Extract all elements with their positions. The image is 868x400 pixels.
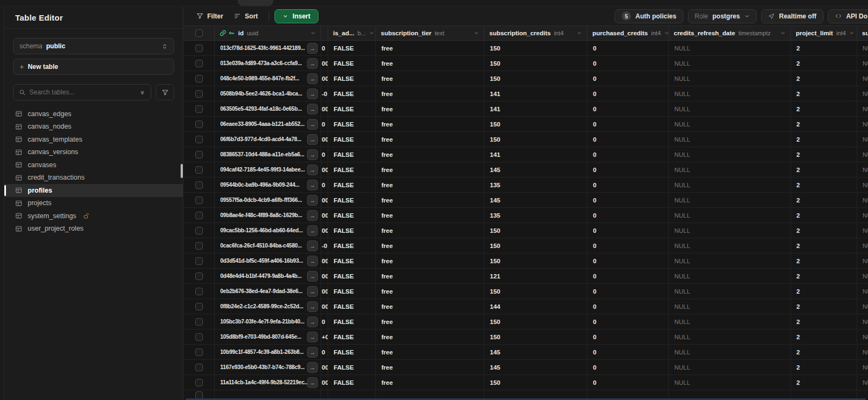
column-header-purchased-credits[interactable]: purchased_credits int4 bbox=[588, 26, 669, 40]
cell-project-limit[interactable]: 2 bbox=[791, 208, 857, 223]
expand-row-button[interactable]: → bbox=[307, 377, 318, 388]
expand-row-button[interactable]: → bbox=[307, 332, 318, 342]
cell-credits-refresh-date[interactable]: NULL bbox=[669, 101, 791, 116]
cell-clipped[interactable]: 00 bbox=[321, 56, 328, 71]
cell-subscription-tier[interactable]: free bbox=[376, 345, 484, 359]
cell-subscription-tier[interactable]: free bbox=[376, 284, 484, 299]
chevron-down-icon[interactable] bbox=[780, 30, 786, 36]
cell-clipped[interactable]: +0 bbox=[321, 329, 328, 344]
cell-subscription-credits[interactable]: 141 bbox=[484, 86, 588, 101]
row-checkbox[interactable] bbox=[195, 303, 203, 310]
row-checkbox[interactable] bbox=[195, 318, 203, 326]
row-checkbox[interactable] bbox=[195, 45, 203, 52]
cell-su-clipped[interactable]: NU bbox=[857, 375, 868, 390]
sidebar-item-canvas_nodes[interactable]: canvas_nodes bbox=[4, 120, 183, 134]
column-header-su-clipped[interactable]: su bbox=[857, 26, 868, 40]
cell-credits-refresh-date[interactable]: NULL bbox=[669, 299, 791, 314]
cell-su-clipped[interactable]: NU bbox=[857, 253, 868, 268]
cell-clipped[interactable]: 00 bbox=[321, 299, 328, 314]
cell-is-admin[interactable]: FALSE bbox=[328, 345, 376, 359]
cell-subscription-credits[interactable]: 150 bbox=[484, 71, 588, 86]
expand-row-button[interactable]: → bbox=[307, 149, 318, 160]
cell-id[interactable]: 11a114cb-1a4c-49f4-9b28-52219ec... → bbox=[215, 375, 321, 390]
cell-subscription-tier[interactable]: free bbox=[376, 253, 484, 268]
cell-id[interactable]: 0d48e4d4-b1bf-4479-9a8b-4a4b... → bbox=[215, 269, 321, 283]
cell-purchased-credits[interactable]: 0 bbox=[588, 101, 669, 116]
expand-row-button[interactable]: → bbox=[307, 271, 318, 282]
cell-su-clipped[interactable]: NU bbox=[857, 86, 868, 101]
cell-is-admin[interactable]: FALSE bbox=[328, 177, 376, 192]
cell-subscription-credits[interactable]: 150 bbox=[484, 375, 588, 390]
expand-row-button[interactable]: → bbox=[307, 119, 318, 130]
cell-project-limit[interactable]: 2 bbox=[791, 345, 857, 359]
cell-is-admin[interactable]: FALSE bbox=[328, 208, 376, 223]
cell-su-clipped[interactable]: NU bbox=[857, 132, 868, 147]
cell-purchased-credits[interactable]: 0 bbox=[588, 132, 669, 147]
cell-is-admin[interactable]: FALSE bbox=[328, 193, 376, 207]
cell-is-admin[interactable]: FALSE bbox=[328, 375, 376, 390]
cell-subscription-tier[interactable]: free bbox=[376, 360, 484, 374]
cell-is-admin[interactable]: FALSE bbox=[328, 162, 376, 177]
cell-is-admin[interactable]: FALSE bbox=[328, 101, 376, 116]
cell-purchased-credits[interactable]: 0 bbox=[588, 162, 669, 177]
cell-clipped[interactable]: 00 bbox=[321, 162, 328, 177]
cell-is-admin[interactable]: FALSE bbox=[328, 56, 376, 71]
cell-clipped[interactable]: 00 bbox=[321, 269, 328, 283]
cell-su-clipped[interactable]: NU bbox=[857, 193, 868, 207]
row-checkbox[interactable] bbox=[195, 105, 203, 113]
sidebar-filter-button[interactable] bbox=[156, 84, 174, 100]
cell-project-limit[interactable]: 2 bbox=[791, 375, 857, 390]
cell-id[interactable]: 0f8b24e2-c1c2-4589-99ce-2c52d... → bbox=[215, 299, 321, 314]
cell-clipped[interactable]: 00 bbox=[321, 193, 328, 207]
cell-clipped[interactable]: 00 bbox=[321, 101, 328, 116]
cell-su-clipped[interactable]: NU bbox=[857, 284, 868, 299]
cell-credits-refresh-date[interactable]: NULL bbox=[669, 71, 791, 86]
cell-purchased-credits[interactable]: 0 bbox=[588, 117, 669, 131]
column-header-id[interactable]: id uuid bbox=[215, 26, 321, 40]
cell-id[interactable]: 0eb2b676-38ed-4ea7-9dad-38e6... → bbox=[215, 284, 321, 299]
cell-project-limit[interactable]: 2 bbox=[791, 299, 857, 314]
cell-project-limit[interactable]: 2 bbox=[791, 329, 857, 344]
row-checkbox[interactable] bbox=[195, 90, 203, 98]
cell-purchased-credits[interactable]: 0 bbox=[588, 284, 669, 299]
cell-project-limit[interactable]: 2 bbox=[791, 101, 857, 116]
column-header-clipped[interactable] bbox=[321, 26, 328, 40]
cell-su-clipped[interactable]: NU bbox=[857, 269, 868, 283]
select-all-checkbox[interactable] bbox=[195, 29, 203, 37]
column-header-credits-refresh-date[interactable]: credits_refresh_date timestamptz bbox=[669, 26, 791, 40]
cell-subscription-credits[interactable]: 145 bbox=[484, 193, 588, 207]
sidebar-item-canvas_versions[interactable]: canvas_versions bbox=[4, 146, 183, 159]
cell-su-clipped[interactable]: NU bbox=[857, 329, 868, 344]
cell-su-clipped[interactable]: NU bbox=[857, 360, 868, 374]
cell-is-admin[interactable]: FALSE bbox=[328, 360, 376, 374]
row-checkbox-cell[interactable] bbox=[183, 208, 215, 223]
cell-credits-refresh-date[interactable]: NULL bbox=[669, 208, 791, 223]
cell-su-clipped[interactable]: NU bbox=[857, 147, 868, 162]
row-checkbox-cell[interactable] bbox=[183, 269, 215, 283]
chevron-down-icon[interactable] bbox=[369, 30, 374, 36]
row-checkbox-cell[interactable] bbox=[183, 253, 215, 268]
cell-credits-refresh-date[interactable]: NULL bbox=[669, 177, 791, 192]
cell-clipped[interactable]: 0 bbox=[321, 117, 328, 131]
sidebar-item-canvas_edges[interactable]: canvas_edges bbox=[4, 107, 183, 120]
cell-credits-refresh-date[interactable]: NULL bbox=[669, 375, 791, 390]
cell-purchased-credits[interactable]: 0 bbox=[588, 269, 669, 283]
cell-clipped[interactable]: -0 bbox=[321, 86, 328, 101]
row-checkbox[interactable] bbox=[195, 348, 203, 356]
sidebar-item-projects[interactable]: projects bbox=[4, 197, 183, 210]
expand-row-button[interactable]: → bbox=[307, 210, 318, 221]
cell-clipped[interactable]: 0 bbox=[321, 41, 328, 55]
cell-is-admin[interactable]: FALSE bbox=[328, 86, 376, 101]
cell-is-admin[interactable]: FALSE bbox=[328, 238, 376, 253]
cell-su-clipped[interactable]: NU bbox=[857, 71, 868, 86]
column-header-project-limit[interactable]: project_limit int4 bbox=[791, 26, 857, 40]
cell-is-admin[interactable]: FALSE bbox=[328, 314, 376, 329]
expand-row-button[interactable]: → bbox=[307, 225, 318, 236]
filter-button[interactable]: Filter bbox=[191, 9, 228, 23]
expand-row-button[interactable]: → bbox=[307, 104, 318, 115]
row-checkbox[interactable] bbox=[195, 151, 203, 158]
row-checkbox-cell[interactable] bbox=[183, 193, 215, 207]
cell-purchased-credits[interactable]: 0 bbox=[588, 299, 669, 314]
cell-credits-refresh-date[interactable]: NULL bbox=[669, 132, 791, 147]
expand-row-button[interactable]: → bbox=[307, 347, 318, 358]
